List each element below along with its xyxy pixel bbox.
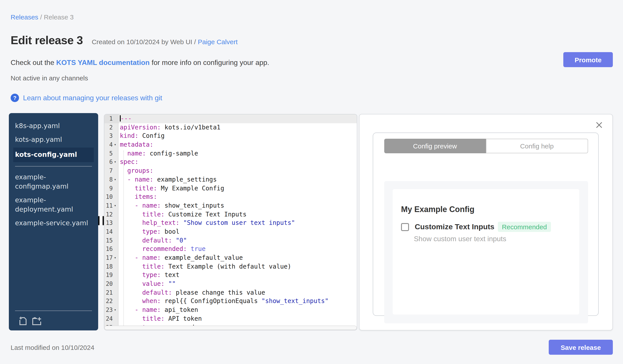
code-text: title: Text Example (with default value): [118, 262, 357, 271]
code-text: type: text: [118, 271, 357, 280]
channel-status: Not active in any channels: [11, 74, 88, 82]
config-item-label: Customize Text Inputs: [415, 222, 494, 231]
preview-tab-card: Config previewConfig help My Example Con…: [373, 133, 599, 316]
editor-horizontal-scrollbar[interactable]: [104, 325, 357, 330]
line-number-gutter: 14: [104, 227, 118, 236]
line-number-gutter: 24: [104, 315, 118, 323]
code-text: help_text: "Show custom user text inputs…: [118, 219, 357, 227]
release-editor-page: Releases / Release 3 Edit release 3 Crea…: [0, 0, 623, 364]
editor-line-8[interactable]: 8▾ - name: example_settings: [104, 175, 357, 184]
sidebar-file-example-deployment.yaml[interactable]: example-deployment.yaml: [15, 194, 92, 217]
editor-line-12[interactable]: 12 title: Customize Text Inputs: [104, 210, 357, 219]
created-line: Created on 10/10/2024 by Web UI / Paige …: [92, 38, 238, 45]
editor-line-16[interactable]: 16 recommended: true: [104, 245, 357, 254]
line-number-gutter: 22: [104, 297, 118, 306]
editor-line-7[interactable]: 7 groups:: [104, 166, 357, 175]
fold-caret-icon[interactable]: ▾: [114, 141, 118, 149]
question-mark-icon: ?: [11, 94, 19, 102]
fold-caret-icon[interactable]: ▾: [114, 202, 118, 210]
tab-config-help[interactable]: Config help: [486, 139, 588, 153]
sidebar-file-kots-config.yaml[interactable]: kots-config.yaml: [13, 147, 94, 162]
file-list: k8s-app.yamlkots-app.yamlkots-config.yam…: [9, 113, 98, 230]
code-text: groups:: [118, 166, 357, 175]
close-icon[interactable]: [596, 121, 603, 129]
fold-caret-icon[interactable]: ▾: [114, 175, 118, 184]
yaml-code-editor[interactable]: 1---2apiVersion: kots.io/v1beta13kind: C…: [104, 114, 357, 330]
config-group-title: My Example Config: [401, 205, 579, 214]
sidebar-file-kots-app.yaml[interactable]: kots-app.yaml: [15, 133, 92, 147]
editor-line-15[interactable]: 15 default: "0": [104, 236, 357, 245]
breadcrumb-releases-link[interactable]: Releases: [11, 13, 38, 21]
git-help-link[interactable]: Learn about managing your releases with …: [23, 94, 162, 102]
config-item-row: Customize Text Inputs Recommended: [401, 222, 579, 232]
editor-line-6[interactable]: 6▾spec:: [104, 158, 357, 166]
editor-line-24[interactable]: 24 title: API token: [104, 315, 357, 323]
tab-config-preview[interactable]: Config preview: [384, 139, 486, 153]
code-text: - name: example_settings: [118, 175, 357, 184]
fold-caret-icon[interactable]: ▾: [114, 254, 118, 262]
editor-line-4[interactable]: 4▾metadata:: [104, 141, 357, 149]
editor-line-5[interactable]: 5 name: config-sample: [104, 149, 357, 158]
code-text: spec:: [118, 158, 357, 166]
code-text: ---: [118, 114, 357, 123]
code-text: kind: Config: [118, 132, 357, 141]
editor-line-18[interactable]: 18 title: Text Example (with default val…: [104, 262, 357, 271]
title-row: Edit release 3 Created on 10/10/2024 by …: [11, 34, 238, 47]
save-release-button[interactable]: Save release: [549, 340, 613, 355]
line-number-gutter: 11▾: [104, 202, 118, 210]
config-item-help-text: Show custom user text inputs: [414, 235, 579, 243]
sidebar-file-k8s-app.yaml[interactable]: k8s-app.yaml: [15, 119, 92, 133]
sidebar-resize-handle[interactable]: [98, 216, 99, 225]
editor-line-22[interactable]: 22 when: repl{{ ConfigOptionEquals "show…: [104, 297, 357, 306]
code-text: title: Customize Text Inputs: [118, 210, 357, 219]
line-number-gutter: 8▾: [104, 175, 118, 184]
editor-lines: 1---2apiVersion: kots.io/v1beta13kind: C…: [104, 114, 357, 330]
line-number-gutter: 5: [104, 149, 118, 158]
preview-content-area: My Example Config Customize Text Inputs …: [384, 181, 588, 323]
code-text: - name: show_text_inputs: [118, 202, 357, 210]
code-text: value: "": [118, 280, 357, 288]
editor-line-14[interactable]: 14 type: bool: [104, 227, 357, 236]
editor-line-2[interactable]: 2apiVersion: kots.io/v1beta1: [104, 123, 357, 132]
editor-line-13[interactable]: 13 help_text: "Show custom user text inp…: [104, 219, 357, 227]
editor-line-21[interactable]: 21 default: please change this value: [104, 288, 357, 297]
add-folder-icon[interactable]: [31, 316, 42, 326]
code-text: apiVersion: kots.io/v1beta1: [118, 123, 357, 132]
code-text: default: "0": [118, 236, 357, 245]
line-number-gutter: 10: [104, 193, 118, 201]
code-text: - name: api_token: [118, 306, 357, 314]
line-number-gutter: 15: [104, 236, 118, 245]
author-link[interactable]: Paige Calvert: [198, 38, 238, 45]
breadcrumb: Releases / Release 3: [11, 13, 74, 21]
fold-caret-icon[interactable]: ▾: [114, 158, 118, 166]
code-text: name: config-sample: [118, 149, 357, 158]
editor-line-17[interactable]: 17▾ - name: example_default_value: [104, 254, 357, 262]
page-title: Edit release 3: [11, 34, 83, 47]
editor-line-19[interactable]: 19 type: text: [104, 271, 357, 280]
line-number-gutter: 23▾: [104, 306, 118, 314]
sidebar-file-example-service.yaml[interactable]: example-service.yaml: [15, 217, 92, 230]
code-text: title: My Example Config: [118, 184, 357, 193]
add-file-icon[interactable]: [19, 316, 28, 326]
kots-yaml-docs-link[interactable]: KOTS YAML documentation: [56, 59, 150, 66]
editor-line-3[interactable]: 3kind: Config: [104, 132, 357, 141]
editor-line-11[interactable]: 11▾ - name: show_text_inputs: [104, 202, 357, 210]
promote-button[interactable]: Promote: [563, 52, 613, 67]
line-number-gutter: 4▾: [104, 141, 118, 149]
editor-line-9[interactable]: 9 title: My Example Config: [104, 184, 357, 193]
fold-caret-icon[interactable]: ▾: [114, 306, 118, 314]
editor-line-23[interactable]: 23▾ - name: api_token: [104, 306, 357, 314]
code-text: when: repl{{ ConfigOptionEquals "show_te…: [118, 297, 357, 306]
line-number-gutter: 18: [104, 262, 118, 271]
code-text: default: please change this value: [118, 288, 357, 297]
sidebar-file-example-configmap.yaml[interactable]: example-configmap.yaml: [15, 170, 92, 194]
editor-line-10[interactable]: 10 items:: [104, 193, 357, 201]
editor-line-1[interactable]: 1---: [104, 114, 357, 123]
git-help-row: ? Learn about managing your releases wit…: [11, 94, 162, 102]
editor-line-20[interactable]: 20 value: "": [104, 280, 357, 288]
line-number-gutter: 16: [104, 245, 118, 254]
customize-text-inputs-checkbox[interactable]: [401, 223, 409, 231]
breadcrumb-separator: /: [38, 13, 44, 21]
last-modified-text: Last modified on 10/10/2024: [11, 344, 94, 351]
sidebar-divider: [15, 166, 92, 166]
